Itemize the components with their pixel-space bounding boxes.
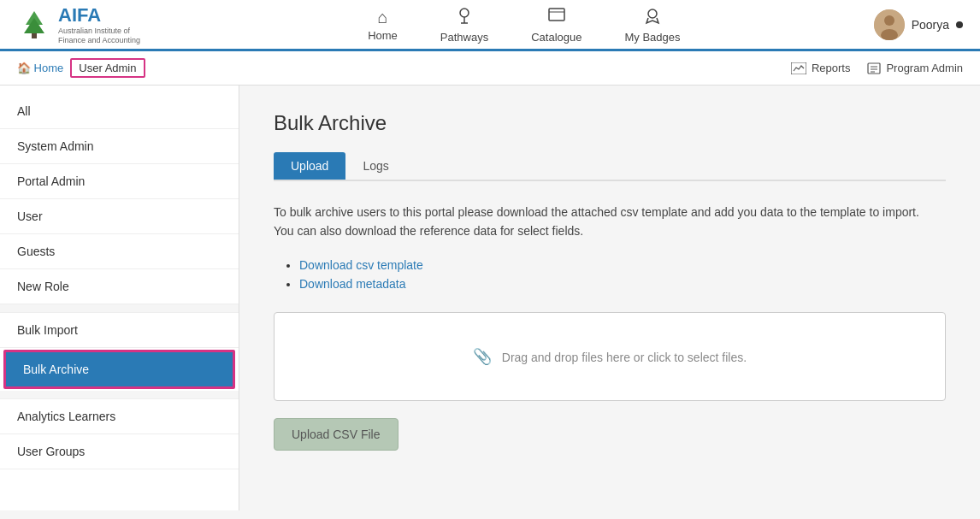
sidebar-item-all[interactable]: All — [0, 94, 239, 129]
download-metadata-item: Download metadata — [299, 277, 946, 291]
sidebar: All System Admin Portal Admin User Guest… — [0, 86, 239, 510]
logo-subtext: Australian Institute ofFinance and Accou… — [58, 27, 140, 45]
nav-items: ⌂ Home Pathways Catalogue My Badges — [174, 0, 874, 50]
program-admin-icon — [867, 62, 881, 75]
tab-logs[interactable]: Logs — [345, 152, 405, 180]
drop-zone-text: Drag and drop files here or click to sel… — [502, 351, 747, 364]
logo-icon — [17, 8, 51, 42]
file-drop-zone[interactable]: 📎 Drag and drop files here or click to s… — [274, 312, 946, 401]
sidebar-item-user-groups[interactable]: User Groups — [0, 434, 239, 469]
reports-label: Reports — [812, 62, 851, 74]
badges-icon — [643, 6, 662, 29]
sidebar-item-bulk-import[interactable]: Bulk Import — [0, 313, 239, 348]
pathways-icon — [455, 6, 474, 29]
svg-marker-1 — [24, 18, 44, 33]
breadcrumb: 🏠 Home User Admin — [17, 58, 145, 78]
download-csv-template-item: Download csv template — [299, 258, 946, 272]
avatar — [874, 9, 905, 40]
nav-home[interactable]: ⌂ Home — [359, 1, 406, 49]
program-admin-action[interactable]: Program Admin — [867, 62, 963, 75]
user-area: Poorya — [874, 9, 963, 40]
catalogue-icon — [547, 6, 566, 29]
sidebar-item-bulk-archive[interactable]: Bulk Archive — [3, 350, 235, 389]
download-links: Download csv template Download metadata — [274, 258, 946, 291]
svg-point-8 — [648, 9, 657, 18]
download-metadata-link[interactable]: Download metadata — [299, 277, 406, 291]
sidebar-item-guests[interactable]: Guests — [0, 234, 239, 269]
sidebar-item-analytics-learners[interactable]: Analytics Learners — [0, 399, 239, 434]
paperclip-icon: 📎 — [473, 348, 492, 365]
tab-upload[interactable]: Upload — [274, 152, 345, 180]
main-content: Bulk Archive Upload Logs To bulk archive… — [239, 86, 980, 510]
top-navigation: AIFA Australian Institute ofFinance and … — [0, 0, 980, 51]
page-title: Bulk Archive — [274, 111, 946, 135]
sidebar-item-user[interactable]: User — [0, 199, 239, 234]
nav-pathways[interactable]: Pathways — [432, 0, 497, 50]
user-status-dot — [956, 21, 963, 28]
svg-point-3 — [460, 9, 469, 17]
main-layout: All System Admin Portal Admin User Guest… — [0, 86, 980, 510]
nav-badges-label: My Badges — [625, 31, 681, 44]
breadcrumb-current: User Admin — [70, 58, 145, 78]
sidebar-item-system-admin[interactable]: System Admin — [0, 129, 239, 164]
nav-catalogue-label: Catalogue — [531, 31, 582, 44]
breadcrumb-home[interactable]: 🏠 Home — [17, 62, 63, 74]
download-csv-template-link[interactable]: Download csv template — [299, 258, 423, 272]
reports-action[interactable]: Reports — [791, 62, 851, 74]
svg-point-10 — [884, 15, 894, 26]
breadcrumb-actions: Reports Program Admin — [791, 62, 963, 75]
breadcrumb-bar: 🏠 Home User Admin Reports Program Ad — [0, 51, 980, 86]
tabs: Upload Logs — [274, 152, 946, 181]
user-name: Poorya — [912, 18, 949, 32]
description-text: To bulk archive users to this portal ple… — [274, 203, 946, 241]
svg-rect-12 — [791, 62, 806, 74]
nav-pathways-label: Pathways — [440, 31, 488, 44]
upload-csv-button[interactable]: Upload CSV File — [274, 418, 398, 451]
sidebar-item-new-role[interactable]: New Role — [0, 269, 239, 304]
nav-home-label: Home — [368, 29, 398, 42]
logo-name: AIFA — [58, 4, 140, 27]
sidebar-divider-1 — [0, 304, 239, 313]
reports-icon — [791, 62, 806, 74]
sidebar-divider-2 — [0, 391, 239, 399]
nav-my-badges[interactable]: My Badges — [617, 0, 689, 50]
svg-rect-6 — [549, 9, 564, 21]
svg-rect-2 — [32, 33, 37, 38]
sidebar-item-portal-admin[interactable]: Portal Admin — [0, 164, 239, 199]
nav-catalogue[interactable]: Catalogue — [522, 0, 590, 50]
home-icon: ⌂ — [377, 8, 387, 27]
logo: AIFA Australian Institute ofFinance and … — [17, 4, 140, 45]
program-admin-label: Program Admin — [886, 62, 963, 74]
